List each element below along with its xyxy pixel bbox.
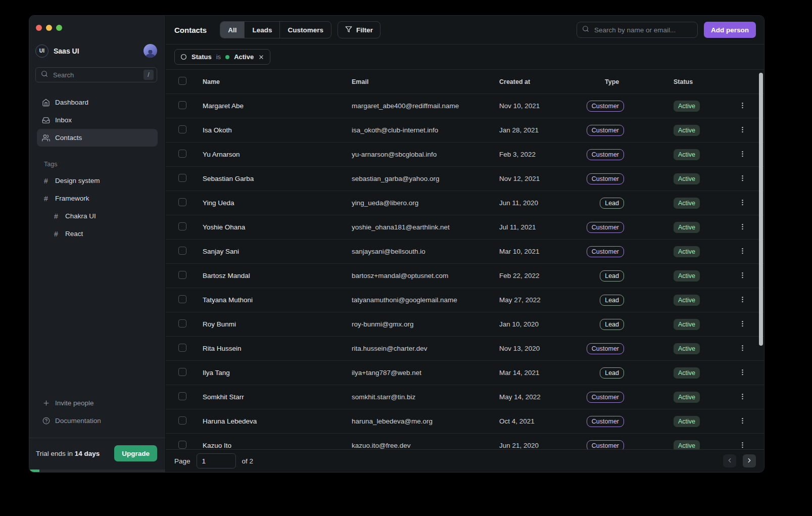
kebab-menu-icon xyxy=(739,417,746,426)
contact-name: Rita Hussein xyxy=(203,345,352,352)
contact-created-at: Jun 21, 2020 xyxy=(499,442,588,449)
row-menu-button[interactable] xyxy=(735,220,749,234)
table-row: Yoshie Ohana yoshie_ohana181@earthlink.n… xyxy=(166,215,764,239)
row-checkbox[interactable] xyxy=(178,416,186,425)
sidebar-item-inbox[interactable]: Inbox xyxy=(37,111,158,129)
table-row: Bartosz Mandal bartosz+mandal@optusnet.c… xyxy=(166,263,764,288)
row-checkbox[interactable] xyxy=(178,344,186,352)
page-number-input[interactable] xyxy=(197,453,236,468)
user-avatar[interactable] xyxy=(144,44,157,58)
row-checkbox[interactable] xyxy=(178,125,186,133)
row-checkbox[interactable] xyxy=(178,368,186,376)
sidebar-search[interactable]: / xyxy=(35,67,157,82)
filter-button[interactable]: Filter xyxy=(338,21,380,38)
row-menu-button[interactable] xyxy=(735,245,749,259)
active-status-dot xyxy=(225,55,229,59)
close-window-button[interactable] xyxy=(36,25,42,31)
tab-all[interactable]: All xyxy=(220,22,245,38)
table-row: Rita Hussein rita.hussein@charter.dev No… xyxy=(166,336,764,360)
column-header-name[interactable]: Name xyxy=(203,78,352,85)
column-header-email[interactable]: Email xyxy=(352,78,499,85)
status-badge: Active xyxy=(674,392,700,403)
column-header-status[interactable]: Status xyxy=(674,78,735,85)
active-filters-row: Status is Active xyxy=(166,44,764,70)
row-checkbox[interactable] xyxy=(178,295,186,303)
row-menu-button[interactable] xyxy=(735,366,749,380)
contact-created-at: Jul 11, 2021 xyxy=(499,223,588,231)
row-menu-button[interactable] xyxy=(735,148,749,162)
row-menu-button[interactable] xyxy=(735,196,749,210)
search-icon xyxy=(582,25,589,34)
contacts-search-input[interactable] xyxy=(593,26,692,34)
row-menu-button[interactable] xyxy=(735,269,749,283)
next-page-button[interactable] xyxy=(743,454,756,467)
contact-name: Yoshie Ohana xyxy=(203,223,352,231)
status-circle-icon xyxy=(180,54,187,60)
column-header-created-at[interactable]: Created at xyxy=(499,78,588,85)
upgrade-button[interactable]: Upgrade xyxy=(114,445,157,461)
row-checkbox[interactable] xyxy=(178,271,186,279)
status-badge: Active xyxy=(674,295,700,306)
status-filter-chip[interactable]: Status is Active xyxy=(174,49,270,65)
app-window: UI Saas UI / Dashboard Inbox Contacts Ta… xyxy=(29,15,765,473)
table-header: Name Email Created at Type Status xyxy=(166,70,764,93)
row-checkbox[interactable] xyxy=(178,101,186,109)
remove-filter-icon[interactable] xyxy=(258,54,264,60)
add-person-button[interactable]: Add person xyxy=(704,22,756,38)
sidebar-footer-link[interactable]: Invite people xyxy=(37,394,158,412)
row-menu-button[interactable] xyxy=(735,414,749,429)
scrollbar-thumb[interactable] xyxy=(759,73,763,346)
table-row: Margaret Abe margaret_abe400@rediffmail.… xyxy=(166,93,764,118)
type-badge: Customer xyxy=(587,149,624,160)
contacts-segmented-control: All Leads Customers xyxy=(220,21,331,38)
tab-customers[interactable]: Customers xyxy=(280,22,331,38)
row-menu-button[interactable] xyxy=(735,293,749,307)
maximize-window-button[interactable] xyxy=(56,25,62,31)
filter-button-label: Filter xyxy=(356,26,373,34)
sidebar: UI Saas UI / Dashboard Inbox Contacts Ta… xyxy=(29,16,166,472)
sidebar-tag-item[interactable]: # React xyxy=(37,225,158,243)
type-badge: Lead xyxy=(600,270,624,282)
contacts-search[interactable] xyxy=(577,22,698,38)
tab-leads[interactable]: Leads xyxy=(245,22,280,38)
row-checkbox[interactable] xyxy=(178,441,186,449)
contact-created-at: Jan 28, 2021 xyxy=(499,126,588,134)
brand-name: Saas UI xyxy=(54,47,79,55)
column-header-type[interactable]: Type xyxy=(588,78,674,85)
minimize-window-button[interactable] xyxy=(46,25,52,31)
segment-label: Leads xyxy=(252,26,272,34)
select-all-checkbox[interactable] xyxy=(178,77,186,85)
row-menu-button[interactable] xyxy=(735,123,749,137)
type-badge: Customer xyxy=(587,343,624,354)
pagination-bar: Page of 2 xyxy=(166,449,764,472)
saas-ui-logo: UI xyxy=(35,44,49,58)
status-badge: Active xyxy=(674,270,700,282)
page-label: Page xyxy=(174,457,190,465)
sidebar-tag-item[interactable]: # Chakra UI xyxy=(37,207,158,225)
sidebar-footer-link[interactable]: Documentation xyxy=(37,412,158,430)
row-menu-button[interactable] xyxy=(735,390,749,404)
row-checkbox[interactable] xyxy=(178,392,186,400)
row-checkbox[interactable] xyxy=(178,174,186,182)
row-menu-button[interactable] xyxy=(735,172,749,186)
sidebar-search-input[interactable] xyxy=(52,71,139,79)
contact-email: ilya+tang787@web.net xyxy=(352,369,499,377)
contact-name: Isa Okoth xyxy=(203,126,352,134)
row-checkbox[interactable] xyxy=(178,222,186,230)
plus-icon xyxy=(42,399,50,407)
row-checkbox[interactable] xyxy=(178,319,186,327)
previous-page-button[interactable] xyxy=(723,454,736,467)
status-badge: Active xyxy=(674,343,700,354)
row-checkbox[interactable] xyxy=(178,150,186,158)
contact-created-at: Feb 22, 2022 xyxy=(499,272,588,279)
sidebar-item-dashboard[interactable]: Dashboard xyxy=(37,93,158,111)
row-menu-button[interactable] xyxy=(735,317,749,332)
sidebar-tag-item[interactable]: # Framework xyxy=(37,190,158,207)
sidebar-item-contacts[interactable]: Contacts xyxy=(37,129,158,147)
trial-progress-track xyxy=(29,470,165,472)
row-checkbox[interactable] xyxy=(178,198,186,206)
sidebar-tag-item[interactable]: # Design system xyxy=(37,172,158,190)
row-menu-button[interactable] xyxy=(735,342,749,356)
row-checkbox[interactable] xyxy=(178,247,186,255)
row-menu-button[interactable] xyxy=(735,99,749,113)
